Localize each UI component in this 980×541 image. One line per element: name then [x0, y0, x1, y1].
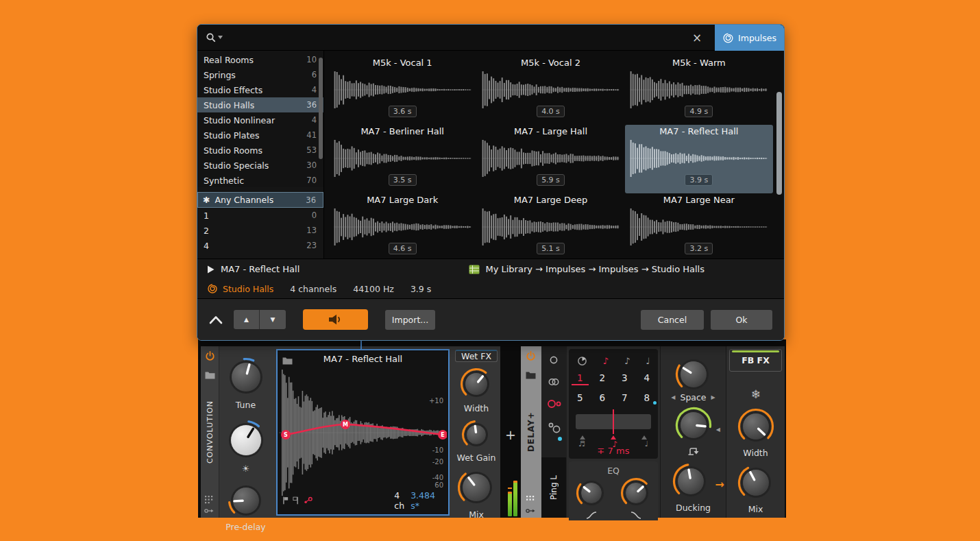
predelay-knob[interactable]	[228, 482, 265, 522]
add-device-button[interactable]: +	[500, 427, 521, 442]
delay-output-routing-icon[interactable]	[526, 508, 535, 514]
sidebar-category-item[interactable]: Studio Halls36	[197, 97, 323, 112]
time-offset-slider[interactable]	[576, 414, 651, 429]
division-number-2[interactable]: 2	[599, 372, 605, 385]
marker-flag-icon[interactable]	[283, 496, 289, 505]
delay-mix-knob[interactable]	[737, 464, 774, 504]
wet-mix-label: Mix	[469, 509, 484, 520]
note-mode-straight-icon[interactable]: ♪	[624, 356, 630, 366]
result-item[interactable]: M5k - Warm4.9 s	[625, 56, 773, 125]
result-item[interactable]: M5k - Vocal 24.0 s	[476, 56, 624, 125]
eq-high-knob[interactable]	[620, 477, 652, 512]
category-name: Studio Halls	[204, 100, 254, 110]
fb-fx-header[interactable]: FB FX	[729, 349, 782, 372]
ping-mode-box[interactable]: Ping L	[541, 457, 566, 518]
wet-gain-knob[interactable]	[461, 420, 491, 453]
sync-clock-icon[interactable]	[577, 356, 587, 366]
sidebar-category-item[interactable]: Studio Effects4	[197, 82, 323, 97]
result-item[interactable]: MA7 - Large Hall5.9 s	[476, 125, 624, 193]
category-name: Real Rooms	[204, 55, 254, 65]
impulse-display[interactable]: MA7 - Reflect Hall SME +10 -10 -20 -40 6…	[276, 349, 450, 516]
sidebar-category-item[interactable]: Studio Nonlinear4	[197, 112, 323, 128]
result-item[interactable]: MA7 - Reflect Hall3.9 s	[625, 125, 773, 193]
output-routing-icon[interactable]	[204, 508, 214, 514]
play-icon[interactable]	[207, 265, 215, 274]
category-scrollbar[interactable]	[319, 58, 323, 159]
result-item[interactable]: MA7 Large Dark4.6 s	[328, 193, 476, 262]
result-title: M5k - Warm	[672, 58, 726, 70]
close-icon[interactable]: ×	[687, 25, 707, 51]
delay-grid-dots-icon[interactable]	[526, 496, 535, 504]
brightness-knob[interactable]	[225, 420, 267, 464]
division-number-4[interactable]: 4	[644, 372, 650, 385]
fb-width-knob[interactable]	[737, 408, 774, 448]
space-next-icon[interactable]: ▶	[711, 394, 715, 400]
freeze-snowflake-icon[interactable]: ❄	[726, 387, 785, 401]
sidebar-category-item[interactable]: Synthetic70	[197, 173, 323, 187]
tune-knob[interactable]	[226, 357, 266, 400]
delay-time-value[interactable]: 7 ms	[608, 446, 630, 456]
mode-ping-pong-icon[interactable]	[547, 398, 562, 412]
division-number-8[interactable]: 8	[644, 392, 650, 403]
feedback-repeat-icon[interactable]	[661, 446, 726, 459]
division-number-1[interactable]: 1	[572, 372, 589, 385]
cancel-button[interactable]: Cancel	[641, 310, 704, 330]
mode-mono-icon[interactable]	[547, 354, 561, 368]
envelope-link-icon[interactable]	[304, 496, 313, 505]
ok-button[interactable]: Ok	[711, 310, 772, 330]
sidebar-category-item[interactable]: Real Rooms10	[197, 52, 323, 67]
division-number-6[interactable]: 6	[599, 392, 605, 403]
db-label-m40: -40	[432, 474, 443, 481]
grid-dots-icon[interactable]	[205, 496, 213, 504]
sidebar-category-item[interactable]: Studio Rooms53	[197, 143, 323, 158]
device-name[interactable]: CONVOLUTION	[201, 346, 219, 518]
popup-device-connector	[360, 340, 362, 350]
feedback-knob[interactable]	[675, 407, 712, 446]
audition-button[interactable]	[303, 309, 368, 330]
sidebar-category-item[interactable]: Studio Specials30	[197, 158, 323, 173]
slider-cursor[interactable]	[613, 409, 614, 434]
wet-mix-knob[interactable]	[457, 468, 495, 509]
sidebar-category-item[interactable]: Springs6	[197, 67, 323, 82]
wet-width-knob[interactable]	[460, 368, 493, 403]
meta-duration: 3.9 s	[411, 284, 431, 294]
next-item-button[interactable]: ▼	[260, 310, 286, 329]
ducking-knob[interactable]	[672, 463, 709, 503]
space-knob[interactable]	[675, 356, 712, 396]
collection-tag[interactable]: Studio Halls	[223, 284, 273, 294]
sidebar-category-item[interactable]: Studio Plates41	[197, 128, 323, 143]
import-button[interactable]: Import...	[385, 310, 435, 330]
channel-filter-item[interactable]: 10	[197, 208, 323, 223]
breadcrumb[interactable]: My Library → Impulses → Impulses → Studi…	[485, 264, 705, 274]
note-mode-dotted-icon[interactable]: ♪	[603, 356, 609, 366]
space-prev-icon[interactable]: ◀	[671, 394, 675, 400]
division-number-7[interactable]: 7	[622, 392, 628, 403]
note-mode-triplet-icon[interactable]: ♩	[646, 356, 650, 366]
filter-any-channels[interactable]: ✱ Any Channels 36	[197, 192, 323, 208]
division-number-3[interactable]: 3	[622, 372, 628, 385]
previous-item-button[interactable]: ▲	[234, 310, 260, 329]
wet-fx-header[interactable]: Wet FX	[455, 350, 498, 362]
result-duration-badge: 3.9 s	[685, 174, 713, 186]
result-item[interactable]: MA7 Large Near3.2 s	[625, 193, 773, 262]
delay-device-name[interactable]: DELAY+	[521, 346, 541, 518]
results-area: M5k - Vocal 13.6 sM5k - Vocal 24.0 sM5k …	[324, 51, 784, 259]
feedback-detent-icon[interactable]: ◀	[716, 426, 720, 433]
result-item[interactable]: M5k - Vocal 13.6 s	[328, 56, 476, 125]
result-item[interactable]: MA7 Large Deep5.1 s	[476, 193, 624, 262]
eq-low-knob[interactable]	[576, 477, 607, 512]
collapse-chevron-icon[interactable]	[209, 315, 223, 324]
channel-filter-item[interactable]: 423	[197, 238, 323, 253]
marker-flag2-icon[interactable]	[293, 496, 298, 505]
channel-filter-item[interactable]: 213	[197, 223, 323, 238]
ducking-label: Ducking	[661, 503, 726, 513]
impulse-waveform[interactable]: SME	[279, 367, 447, 498]
tab-impulses[interactable]: Impulses	[715, 25, 784, 51]
mode-dual-icon[interactable]	[547, 422, 562, 437]
search-icon[interactable]	[206, 32, 223, 43]
mode-stereo-icon[interactable]	[547, 376, 561, 390]
results-scrollbar[interactable]	[776, 92, 782, 195]
display-length[interactable]: 3.484 s*	[411, 490, 443, 511]
division-number-5[interactable]: 5	[577, 392, 583, 403]
result-item[interactable]: MA7 - Berliner Hall3.5 s	[328, 125, 476, 193]
